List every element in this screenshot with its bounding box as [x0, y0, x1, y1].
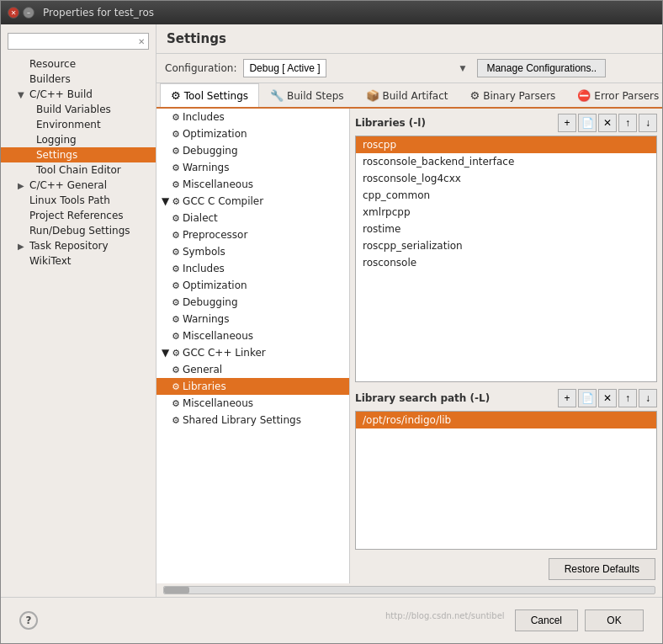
- add-search-file-button[interactable]: 📄: [578, 389, 597, 407]
- restore-defaults-button[interactable]: Restore Defaults: [549, 558, 655, 580]
- library-item[interactable]: cpp_common: [356, 187, 656, 204]
- library-item[interactable]: rosconsole_backend_interface: [356, 153, 656, 170]
- tool-item-icon: ⚙: [172, 297, 180, 308]
- tab-tool-settings[interactable]: ⚙Tool Settings: [160, 83, 259, 109]
- tool-tree-item-gcc-c++-linker[interactable]: ▼ ⚙ GCC C++ Linker: [156, 344, 349, 361]
- search-clear-icon[interactable]: ✕: [138, 37, 145, 46]
- config-select[interactable]: Debug [ Active ]: [243, 59, 326, 77]
- tab-error-parsers[interactable]: ⛔Error Parsers: [566, 83, 662, 107]
- tool-tree-label: Miscellaneous: [183, 178, 253, 190]
- library-item[interactable]: xmlrpcpp: [356, 204, 656, 221]
- help-button[interactable]: ?: [19, 611, 38, 630]
- sidebar-label-task-repository: Task Repository: [29, 240, 109, 252]
- expand-arrow-cpp-build: ▼: [18, 90, 26, 99]
- sidebar-item-environment[interactable]: Environment: [1, 117, 156, 132]
- tool-tree-item-optimization[interactable]: ⚙ Optimization: [156, 125, 349, 142]
- sidebar-label-build-variables: Build Variables: [36, 104, 111, 115]
- delete-search-path-button[interactable]: ✕: [598, 389, 617, 407]
- tool-tree-item-warnings[interactable]: ⚙ Warnings: [156, 159, 349, 176]
- sidebar-item-settings[interactable]: Settings: [1, 147, 156, 162]
- manage-configurations-button[interactable]: Manage Configurations..: [477, 59, 606, 77]
- sidebar-item-cpp-general[interactable]: ▶C/C++ General: [1, 178, 156, 193]
- tool-tree-label: Shared Library Settings: [183, 414, 301, 426]
- move-search-down-button[interactable]: ↓: [639, 389, 657, 407]
- tool-item-icon: ⚙: [172, 381, 180, 392]
- tab-label-tool-settings: Tool Settings: [184, 90, 248, 102]
- sidebar-item-wikitext[interactable]: WikiText: [1, 253, 156, 269]
- tool-tree-item-includes[interactable]: ⚙ Includes: [156, 109, 349, 125]
- tool-tree-item-shared-library-settings[interactable]: ⚙ Shared Library Settings: [156, 412, 349, 428]
- delete-library-button[interactable]: ✕: [598, 114, 617, 132]
- add-library-button[interactable]: +: [558, 114, 576, 132]
- tab-label-build-artifact: Build Artifact: [383, 90, 448, 102]
- tab-binary-parsers[interactable]: ⚙Binary Parsers: [459, 83, 567, 107]
- settings-panel: Libraries (-l) + 📄 ✕ ↑ ↓ roscpprosconsol…: [350, 109, 662, 583]
- tool-tree-item-preprocessor[interactable]: ⚙ Preprocessor: [156, 226, 349, 243]
- tool-item-icon: ⚙: [172, 415, 180, 426]
- tool-tree-item-debugging[interactable]: ⚙ Debugging: [156, 142, 349, 159]
- ok-button[interactable]: OK: [585, 609, 644, 631]
- panel-header: Settings: [156, 24, 662, 54]
- sidebar-item-build-variables[interactable]: Build Variables: [1, 102, 156, 117]
- scrollbar-thumb[interactable]: [164, 587, 189, 593]
- library-item[interactable]: rostime: [356, 221, 656, 237]
- tool-tree-item-gcc-c-compiler[interactable]: ▼ ⚙ GCC C Compiler: [156, 193, 349, 210]
- config-select-wrap[interactable]: Debug [ Active ]: [243, 59, 470, 77]
- tool-item-icon: ⚙: [172, 230, 180, 241]
- sidebar-item-tool-chain-editor[interactable]: Tool Chain Editor: [1, 162, 156, 178]
- expand-arrow-task-repository: ▶: [18, 242, 26, 251]
- move-down-button[interactable]: ↓: [639, 114, 657, 132]
- tool-tree-item-warnings[interactable]: ⚙ Warnings: [156, 311, 349, 327]
- tree-expand-icon: ▼: [162, 347, 169, 359]
- tab-build-artifact[interactable]: 📦Build Artifact: [355, 83, 459, 107]
- sidebar-item-builders[interactable]: Builders: [1, 72, 156, 87]
- tab-icon-tool-settings: ⚙: [171, 89, 181, 102]
- sidebar-label-project-references: Project References: [29, 210, 124, 221]
- move-search-up-button[interactable]: ↑: [618, 389, 637, 407]
- sidebar-item-resource[interactable]: Resource: [1, 56, 156, 72]
- add-file-button[interactable]: 📄: [578, 114, 597, 132]
- sidebar-item-linux-tools-path[interactable]: Linux Tools Path: [1, 193, 156, 208]
- tool-tree-item-miscellaneous[interactable]: ⚙ Miscellaneous: [156, 395, 349, 412]
- tool-item-icon: ⚙: [172, 398, 180, 409]
- tool-tree-item-miscellaneous[interactable]: ⚙ Miscellaneous: [156, 176, 349, 193]
- sidebar-label-wikitext: WikiText: [29, 255, 72, 267]
- library-item[interactable]: roscpp: [356, 136, 656, 153]
- cancel-button[interactable]: Cancel: [515, 609, 578, 631]
- search-input[interactable]: [12, 35, 138, 47]
- sidebar: ✕ ResourceBuilders▼C/C++ BuildBuild Vari…: [1, 24, 156, 597]
- library-item[interactable]: roscpp_serialization: [356, 237, 656, 254]
- search-box[interactable]: ✕: [8, 33, 149, 50]
- tool-tree-item-miscellaneous[interactable]: ⚙ Miscellaneous: [156, 327, 349, 344]
- tab-label-error-parsers: Error Parsers: [594, 90, 659, 102]
- move-up-button[interactable]: ↑: [618, 114, 637, 132]
- tool-item-icon: ⚙: [172, 247, 180, 258]
- tool-tree-item-includes[interactable]: ⚙ Includes: [156, 260, 349, 277]
- restore-row: Restore Defaults: [350, 555, 662, 583]
- window-controls[interactable]: ✕ –: [8, 7, 34, 19]
- tool-tree-label: Debugging: [183, 145, 238, 157]
- sidebar-item-cpp-build[interactable]: ▼C/C++ Build: [1, 87, 156, 102]
- tool-tree-item-debugging[interactable]: ⚙ Debugging: [156, 294, 349, 311]
- tool-tree-item-symbols[interactable]: ⚙ Symbols: [156, 243, 349, 260]
- horizontal-scrollbar[interactable]: [163, 586, 655, 594]
- sidebar-item-task-repository[interactable]: ▶Task Repository: [1, 238, 156, 253]
- library-search-path-item[interactable]: /opt/ros/indigo/lib: [356, 412, 656, 428]
- sidebar-item-logging[interactable]: Logging: [1, 132, 156, 147]
- tool-tree-item-libraries[interactable]: ⚙ Libraries: [156, 378, 349, 395]
- tool-tree-label: Warnings: [183, 313, 230, 325]
- tool-tree-item-dialect[interactable]: ⚙ Dialect: [156, 210, 349, 226]
- sidebar-item-project-references[interactable]: Project References: [1, 208, 156, 223]
- titlebar: ✕ – Properties for test_ros: [1, 1, 662, 24]
- tool-tree-item-general[interactable]: ⚙ General: [156, 361, 349, 378]
- tab-icon-build-steps: 🔧: [270, 89, 284, 102]
- close-button[interactable]: ✕: [8, 7, 19, 19]
- minimize-button[interactable]: –: [23, 7, 34, 19]
- library-item[interactable]: rosconsole: [356, 254, 656, 271]
- tab-build-steps[interactable]: 🔧Build Steps: [259, 83, 355, 107]
- tool-tree-item-optimization[interactable]: ⚙ Optimization: [156, 277, 349, 294]
- add-search-path-button[interactable]: +: [558, 389, 576, 407]
- sidebar-item-run-debug-settings[interactable]: Run/Debug Settings: [1, 223, 156, 238]
- config-row: Configuration: Debug [ Active ] Manage C…: [156, 54, 662, 83]
- library-item[interactable]: rosconsole_log4cxx: [356, 170, 656, 187]
